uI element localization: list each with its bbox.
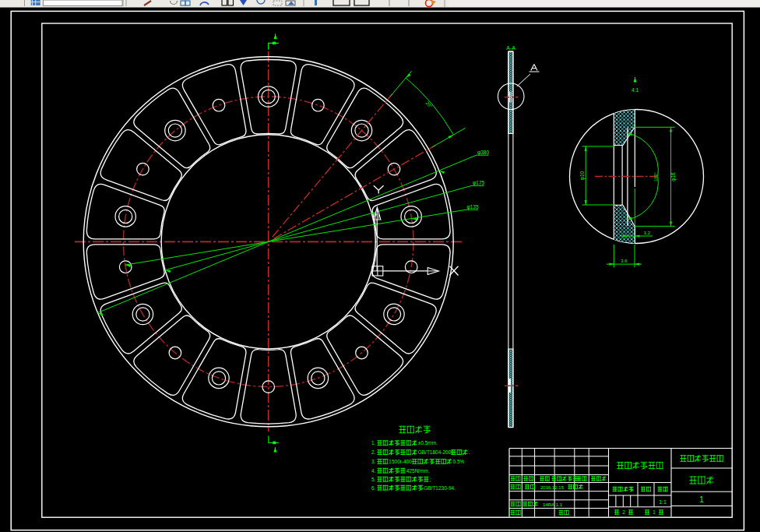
svg-text:4:1: 4:1 <box>632 87 639 93</box>
svg-text:2: 2 <box>622 509 625 515</box>
svg-text:φ10: φ10 <box>579 171 586 180</box>
svg-text:φ16: φ16 <box>670 172 677 181</box>
svg-text:1.2: 1.2 <box>644 231 651 235</box>
svg-text:5.: 5. <box>371 477 376 482</box>
svg-text:GB/T1804-2000: GB/T1804-2000 <box>418 449 455 455</box>
svg-text:14RA.1.1: 14RA.1.1 <box>543 502 563 507</box>
svg-text:φ380: φ380 <box>477 150 489 156</box>
svg-text:2.: 2. <box>371 449 376 455</box>
svg-text:6.: 6. <box>371 485 376 491</box>
svg-text:3.: 3. <box>371 459 376 464</box>
svg-text:425N/mm.: 425N/mm. <box>406 468 430 474</box>
svg-text:φ175: φ175 <box>473 180 484 186</box>
svg-text:GB/T1230-94.: GB/T1230-94. <box>424 485 456 491</box>
svg-text:1500r-400: 1500r-400 <box>389 459 412 464</box>
svg-text:1: 1 <box>653 509 656 515</box>
svg-text:0.5%: 0.5% <box>453 459 465 464</box>
svg-text:2016.12.15: 2016.12.15 <box>540 485 565 490</box>
svg-text:1.: 1. <box>371 440 376 446</box>
svg-text:;: ; <box>430 477 431 482</box>
svg-text:3.6: 3.6 <box>621 259 628 263</box>
svg-text:100°: 100° <box>653 172 658 181</box>
svg-text:4.: 4. <box>371 468 376 474</box>
svg-text:.: . <box>469 449 470 455</box>
svg-text:±0.5mm.: ±0.5mm. <box>418 440 438 446</box>
svg-text:1: 1 <box>699 495 704 504</box>
svg-text:φ135: φ135 <box>466 204 478 210</box>
svg-text:1:1: 1:1 <box>659 499 667 505</box>
svg-text:A-A: A-A <box>506 45 515 51</box>
